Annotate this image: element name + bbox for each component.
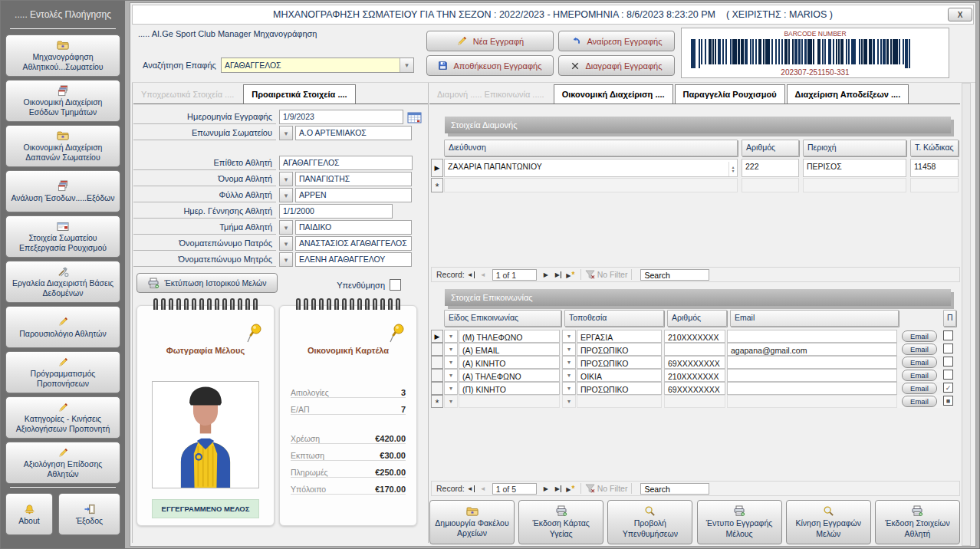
p-checkbox[interactable] [943,357,953,367]
record-selector[interactable] [431,343,443,356]
club-name-field[interactable]: Α.Ο ΑΡΤΕΜΙΑΚΟΣ [295,126,412,140]
record-position[interactable]: 1 of 1 [492,269,537,281]
send-email-button[interactable]: Email [902,330,937,342]
location-cell[interactable]: ΠΡΟΣΩΠΙΚΟ [577,356,662,369]
tab-optional-details[interactable]: Προαιρετικά Στοιχεία .... [243,84,355,104]
chevron-down-icon[interactable] [279,252,293,267]
sidebar-item-club-details-clothing[interactable]: Στοιχεία Σωματείου Επεξεργασία Ρουχισμού [5,215,120,258]
chevron-down-icon[interactable]: ▾ [562,369,576,382]
record-selector[interactable] [431,330,443,343]
calendar-icon[interactable] [407,111,422,123]
column-header-number[interactable]: Αριθμός [742,140,799,156]
area-cell[interactable]: ΠΕΡΙΣΟΣ [803,159,906,177]
email-cell[interactable] [727,330,897,343]
search-input[interactable]: Search [640,269,709,281]
area-cell-empty[interactable] [803,178,906,192]
chevron-down-icon[interactable]: ▾ [562,395,576,408]
zip-cell[interactable]: 11458 [910,159,959,177]
number-cell[interactable]: 210XXXXXXX [664,369,725,382]
exit-button[interactable]: Έξοδος [58,493,120,535]
search-contact-combo[interactable]: ΑΓΑΘΑΓΓΕΛΟΣ [221,58,414,73]
previous-record-icon[interactable] [477,485,489,492]
comm-type-cell[interactable]: (Α) ΚΙΝΗΤΟ [459,356,560,369]
number-cell[interactable]: 69XXXXXXXX [664,382,725,395]
issue-health-card-button[interactable]: Έκδοση Κάρτας Υγείας [518,500,603,544]
column-header-zip[interactable]: Τ. Κώδικας [910,140,959,156]
reminder-checkbox[interactable] [390,279,401,291]
print-member-history-button[interactable]: Έκτύπωση Ιστορικού Μελών [136,273,278,293]
number-cell[interactable]: 222 [742,159,799,177]
column-header-number[interactable]: Αριθμός [667,310,727,327]
column-header-location[interactable]: Τοποθεσία [564,310,664,327]
location-cell[interactable]: ΠΡΟΣΩΠΙΚΟ [577,382,662,395]
tab-stay-communication[interactable]: Διαμονή ..... Επικοινωνία ..... [429,84,552,104]
previous-record-icon[interactable] [477,271,489,278]
last-record-icon[interactable] [552,485,564,492]
sidebar-item-attendance[interactable]: Παρουσιολόγιο Αθλητών [5,306,120,348]
column-header-area[interactable]: Περιοχή [803,140,906,156]
column-header-comm-type[interactable]: Είδος Επικοινωνίας [444,310,561,327]
save-record-button[interactable]: Αποθήκευση Εγγραφής [426,55,554,76]
sidebar-item-expenses-management[interactable]: Οικονομική Διαχείριση Δαπανών Σωματείου [5,125,120,167]
record-selector[interactable] [431,395,443,408]
number-cell[interactable]: 210XXXXXXX [664,330,725,343]
issue-athlete-details-button[interactable]: Έκδοση Στοιχείων Αθλητή [875,500,960,544]
father-name-field[interactable]: ΑΝΑΣΤΑΣΙΟΣ ΑΓΑΘΑΓΓΕΛΟΣ [295,236,412,251]
new-blank-record-icon[interactable] [564,485,577,493]
p-checkbox[interactable] [943,344,953,353]
mother-name-field[interactable]: ΕΛΕΝΗ ΑΓΑΘΑΓΓΕΛΟΥ [295,252,412,267]
sidebar-item-athlete-performance[interactable]: Αξιολόγηση Επίδοσης Αθλητών [5,442,120,484]
number-cell[interactable] [664,343,725,356]
team-field[interactable]: ΠΑΙΔΙΚΟ [295,220,412,235]
undo-record-button[interactable]: Αναίρεση Εγγραφής [558,31,675,51]
sidebar-item-club-computerization[interactable]: Μηχανογράφηση Αθλητικού...Σωματείου [5,35,120,77]
location-cell[interactable] [577,395,662,408]
send-email-button[interactable]: Email [902,357,937,368]
vertical-scrollbar[interactable] [962,83,971,546]
chevron-down-icon[interactable] [279,172,293,186]
no-filter-button[interactable]: No Filter [585,484,628,493]
chevron-down-icon[interactable] [279,188,293,202]
chevron-down-icon[interactable] [400,58,413,72]
email-cell[interactable] [727,356,897,369]
next-record-icon[interactable] [540,485,552,492]
new-record-button[interactable]: Νέα Εγγραφή [426,31,554,51]
column-header-address[interactable]: Διεύθυνση [444,140,738,156]
chevron-down-icon[interactable]: ▾ [562,330,576,343]
reg-date-field[interactable]: 1/9/2023 [279,110,403,124]
chevron-down-icon[interactable]: ▾ [444,395,458,408]
sidebar-item-income-management[interactable]: Οικονομική Διαχείριση Εσόδων Τμημάτων [5,80,120,122]
record-selector[interactable] [431,159,443,177]
record-position[interactable]: 1 of 5 [492,483,537,495]
last-record-icon[interactable] [552,271,564,278]
send-email-button[interactable]: Email [902,383,937,394]
chevron-down-icon[interactable]: ▾ [562,356,576,369]
record-selector[interactable] [431,382,443,395]
no-filter-button[interactable]: No Filter [585,270,628,279]
sidebar-item-income-expense-analysis[interactable]: Ανάλυση Έσοδων.....Εξόδων [5,170,120,212]
birth-date-field[interactable]: 1/1/2000 [279,204,393,219]
new-blank-record-icon[interactable] [564,271,577,279]
create-file-folder-button[interactable]: Δημιουργία Φακέλου Αρχείων [429,500,515,544]
sidebar-item-admin-tools[interactable]: Εργαλεία Διαχειριστή Βάσεις Δεδομένων [5,261,120,303]
close-icon[interactable]: X [948,8,972,21]
location-cell[interactable]: ΠΡΟΣΩΠΙΚΟ [577,343,662,356]
number-cell[interactable] [664,395,725,408]
chevron-down-icon[interactable]: ▾ [444,330,458,343]
chevron-down-icon[interactable]: ▾ [444,369,458,382]
about-button[interactable]: About [5,493,53,535]
sidebar-item-training-schedule[interactable]: Πρόγραμματισμός Προπονήσεων [5,351,120,393]
tab-receipts-management[interactable]: Διαχείριση Αποδείξεων .... [787,84,909,104]
chevron-down-icon[interactable]: ▾ [562,382,576,395]
email-cell[interactable] [727,395,897,408]
tab-financial-management[interactable]: Οικονομική Διαχείριση .... [554,84,673,104]
p-checkbox[interactable] [943,330,953,340]
chevron-down-icon[interactable] [279,236,293,251]
p-checkbox[interactable] [943,370,953,380]
record-selector[interactable] [431,369,443,382]
email-cell[interactable] [727,369,897,382]
member-records-movement-button[interactable]: Κίνηση Εγγραφών Μελών [786,500,871,544]
delete-record-button[interactable]: Διαγραφή Εγγραφής [558,55,675,76]
search-input[interactable]: Search [640,483,709,495]
send-email-button[interactable]: Email [902,344,937,355]
